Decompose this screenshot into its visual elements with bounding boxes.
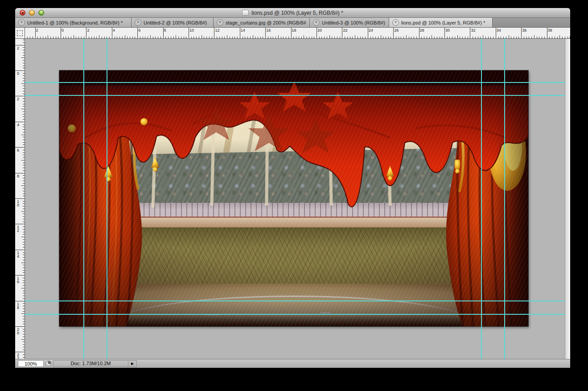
guide-vertical[interactable] [504,39,505,359]
canvas-pane[interactable] [25,39,565,359]
document-icon [242,10,249,16]
vertical-ruler[interactable]: 2024681 01 21 41 61 82 02 2 [15,39,25,359]
tab-label: Untitled-3 @ 100% (RGB/8#) [322,20,385,25]
guide-horizontal[interactable] [25,95,565,96]
ruler-origin[interactable] [15,28,25,39]
vertical-scrollbar[interactable] [565,39,570,359]
tab-strip: ×Untitled-1 @ 100% (Background, RGB/8#) … [15,18,493,27]
zoom-button[interactable] [38,10,44,16]
doc-info-field[interactable]: Doc: 1.73M/10.2M ▶ [53,360,137,367]
tab-label: lions.psd @ 100% (Layer 5, RGB/8#) * [401,20,485,25]
title-bar[interactable]: lions.psd @ 100% (Layer 5, RGB/8#) * [15,8,570,18]
artwork-texture [59,70,528,326]
photoshop-window: lions.psd @ 100% (Layer 5, RGB/8#) * ×Un… [15,8,570,368]
guide-horizontal[interactable] [25,314,565,315]
canvas-image[interactable] [59,70,528,326]
tab-label: Untitled-1 @ 100% (Background, RGB/8#) * [27,20,123,25]
main-area: 2024681 01 21 41 61 82 02 2 [15,39,570,359]
tab-1[interactable]: ×Untitled-1 @ 100% (Background, RGB/8#) … [15,18,132,27]
tab-close-icon[interactable]: × [135,19,141,26]
traffic-lights [20,10,44,16]
zoom-level-field[interactable]: 100% [18,360,44,367]
tab-close-icon[interactable]: × [313,19,320,26]
ruler-row: 202468101214161820222426283032343638 [15,28,570,39]
guide-vertical[interactable] [481,39,482,359]
window-title: lions.psd @ 100% (Layer 5, RGB/8#) * [251,10,343,16]
tab-close-icon[interactable]: × [18,19,25,26]
doc-info-arrow-icon[interactable]: ▶ [128,361,136,366]
tab-label: Untitled-2 @ 100% (RGB/8#) [144,20,207,25]
guide-horizontal[interactable] [25,82,565,83]
tab-bar: ×Untitled-1 @ 100% (Background, RGB/8#) … [15,18,570,28]
tab-close-icon[interactable]: × [217,19,223,26]
ruler-origin-icon [17,30,23,36]
tab-bar-spacer [493,18,570,27]
tab-3[interactable]: ×stage_curtains.jpg @ 200% (RGB/8#) [214,18,310,27]
tab-label: stage_curtains.jpg @ 200% (RGB/8#) [226,20,306,25]
tab-2[interactable]: ×Untitled-2 @ 100% (RGB/8#) [132,18,214,27]
horizontal-ruler[interactable]: 202468101214161820222426283032343638 [25,28,570,39]
guide-vertical[interactable] [83,39,84,359]
tab-5[interactable]: ×lions.psd @ 100% (Layer 5, RGB/8#) * [389,18,493,27]
tab-4[interactable]: ×Untitled-3 @ 100% (RGB/8#) [310,18,389,27]
guide-horizontal[interactable] [25,300,565,301]
minimize-button[interactable] [29,10,35,16]
tab-close-icon[interactable]: × [392,19,399,26]
guide-vertical[interactable] [107,39,107,359]
doc-info-text: Doc: 1.73M/10.2M [53,361,128,366]
status-bar: 100% Doc: 1.73M/10.2M ▶ [15,359,570,368]
status-menu-icon[interactable] [45,361,51,366]
close-button[interactable] [20,10,25,16]
